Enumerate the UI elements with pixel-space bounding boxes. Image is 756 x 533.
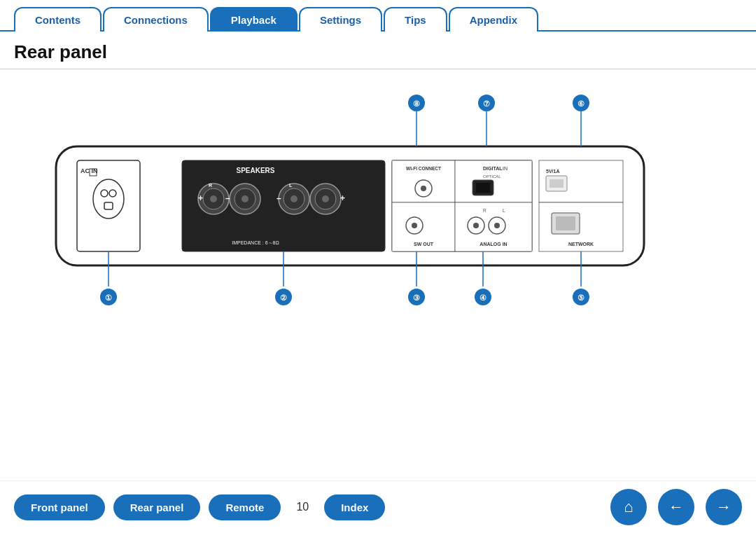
forward-button[interactable]: →: [706, 489, 742, 525]
page-title: Rear panel: [0, 32, 756, 69]
rear-panel-button[interactable]: Rear panel: [113, 494, 201, 520]
svg-text:–: –: [276, 193, 281, 203]
index-button[interactable]: Index: [324, 494, 385, 520]
svg-text:②: ②: [280, 293, 287, 302]
device-illustration: AC IN SPEAKERS R L: [35, 90, 665, 335]
svg-text:DIGITAL: DIGITAL: [483, 166, 503, 171]
svg-text:+: +: [340, 193, 345, 203]
tab-appendix[interactable]: Appendix: [449, 7, 538, 32]
svg-text:⑤: ⑤: [578, 293, 584, 302]
tab-tips[interactable]: Tips: [384, 7, 447, 32]
svg-text:⑥: ⑥: [578, 99, 584, 108]
svg-point-33: [421, 186, 426, 191]
svg-text:R: R: [209, 183, 212, 188]
svg-point-23: [322, 195, 329, 202]
svg-point-16: [241, 195, 248, 202]
svg-point-5: [101, 190, 108, 197]
svg-text:ANALOG IN: ANALOG IN: [479, 242, 507, 247]
svg-text:R: R: [483, 208, 486, 213]
svg-point-6: [109, 190, 116, 197]
forward-icon: →: [716, 498, 732, 516]
tab-playback[interactable]: Playback: [210, 7, 298, 32]
svg-point-12: [210, 195, 217, 202]
svg-text:L: L: [289, 183, 293, 188]
back-button[interactable]: ←: [658, 489, 694, 525]
svg-rect-7: [104, 202, 113, 209]
svg-text:NETWORK: NETWORK: [568, 242, 594, 247]
home-icon: ⌂: [624, 498, 633, 516]
main-content: AC IN SPEAKERS R L: [0, 69, 756, 476]
svg-text:L: L: [503, 208, 505, 213]
svg-text:④: ④: [479, 293, 486, 302]
bottom-nav: Front panel Rear panel Remote 10 Index ⌂…: [0, 480, 756, 533]
svg-rect-39: [476, 183, 490, 193]
svg-text:SPEAKERS: SPEAKERS: [236, 167, 274, 174]
svg-text:①: ①: [105, 293, 112, 302]
svg-point-19: [290, 195, 298, 202]
svg-point-48: [473, 223, 479, 228]
svg-text:③: ③: [413, 293, 420, 302]
svg-rect-55: [550, 179, 564, 188]
remote-button[interactable]: Remote: [209, 494, 281, 520]
home-button[interactable]: ⌂: [610, 489, 647, 525]
svg-text:OPTICAL: OPTICAL: [483, 174, 501, 179]
svg-text:WI-FI CONNECT: WI-FI CONNECT: [406, 166, 441, 171]
tab-settings[interactable]: Settings: [299, 7, 382, 32]
svg-text:⑧: ⑧: [413, 99, 420, 108]
page-number: 10: [296, 501, 309, 513]
svg-text:SW OUT: SW OUT: [414, 242, 434, 247]
svg-text:⑦: ⑦: [483, 99, 490, 108]
nav-tabs: Contents Connections Playback Settings T…: [0, 0, 756, 32]
front-panel-button[interactable]: Front panel: [14, 494, 105, 520]
svg-point-43: [412, 223, 417, 228]
svg-text:IN: IN: [503, 166, 507, 171]
svg-point-4: [93, 179, 124, 219]
tab-connections[interactable]: Connections: [103, 7, 209, 32]
svg-text:–: –: [225, 193, 230, 203]
svg-text:IMPEDANCE : 6～8Ω: IMPEDANCE : 6～8Ω: [232, 240, 279, 245]
svg-text:5V/1A: 5V/1A: [546, 169, 559, 174]
svg-rect-58: [556, 216, 575, 230]
back-icon: ←: [668, 498, 684, 516]
svg-point-50: [494, 223, 500, 228]
tab-contents[interactable]: Contents: [14, 7, 102, 32]
svg-text:+: +: [198, 193, 203, 203]
